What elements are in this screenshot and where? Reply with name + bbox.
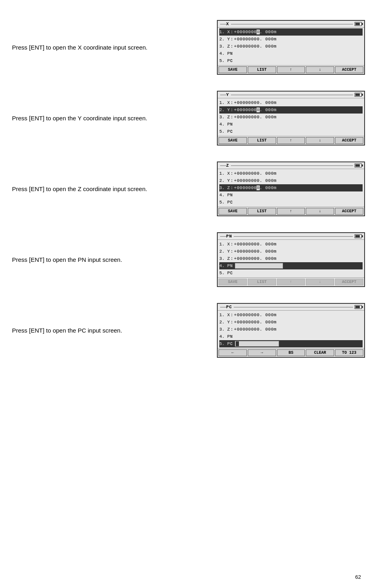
z-down-btn[interactable]: ↓ — [306, 208, 334, 215]
pn-battery-icon — [355, 234, 362, 238]
pc-battery-icon — [355, 305, 362, 309]
x-row-4: 4. PN : — [219, 50, 363, 57]
z-section-text: Press [ENT] to open the Z coordinate inp… — [12, 185, 217, 192]
pc-header-left-line — [220, 307, 226, 307]
z-up-btn[interactable]: ↑ — [277, 208, 305, 215]
pc-bs-btn[interactable]: BS — [277, 349, 305, 356]
y-row-5: 5. PC : — [219, 128, 363, 135]
page-container: Press [ENT] to open the X coordinate inp… — [0, 0, 377, 588]
z-row-4: 4. PN : — [219, 191, 363, 199]
x-section: Press [ENT] to open the X coordinate inp… — [0, 12, 377, 83]
z-save-btn[interactable]: SAVE — [219, 208, 247, 215]
pn-screen-container: PN 1. X : +00000000. 000m 2. Y : +000000… — [217, 232, 365, 287]
x-device-screen: X 1. X : +00000000. 000m 2. Y : + — [217, 20, 365, 75]
y-up-btn[interactable]: ↑ — [277, 137, 305, 144]
z-row-2: 2. Y : +00000000. 000m — [219, 177, 363, 184]
pc-header-line — [234, 307, 353, 307]
x-cursor: 0 — [257, 30, 259, 34]
x-screen-container: X 1. X : +00000000. 000m 2. Y : + — [217, 20, 365, 75]
pn-list-btn[interactable]: LIST — [248, 279, 276, 285]
x-header-line — [231, 24, 353, 24]
pn-row-5: 5. PC : — [219, 269, 363, 277]
y-row-4: 4. PN : — [219, 121, 363, 128]
pc-cursor — [236, 341, 239, 346]
x-header-left-line — [220, 24, 226, 24]
z-screen-title: Z — [226, 163, 229, 168]
pc-row-4: 4. PN : — [219, 333, 363, 340]
pn-device-screen: PN 1. X : +00000000. 000m 2. Y : +000000… — [217, 232, 365, 287]
pn-up-btn[interactable]: ↑ — [277, 279, 305, 285]
z-device-screen: Z 1. X : +00000000. 000m 2. Y : +0000000… — [217, 161, 365, 216]
pn-screen-header: PN — [218, 233, 364, 240]
z-header-line — [231, 165, 353, 166]
pc-to123-btn[interactable]: TO 123 — [335, 349, 363, 356]
pc-right-btn[interactable]: → — [248, 349, 276, 356]
z-cursor: 0 — [257, 185, 259, 190]
x-row-1: 1. X : +00000000. 000m — [219, 28, 363, 36]
pn-instruction-text: Press [ENT] to open the PN input screen. — [12, 256, 122, 263]
y-screen-title: Y — [226, 92, 229, 97]
pc-row-3: 3. Z : +00000000. 000m — [219, 326, 363, 333]
page-number: 62 — [355, 574, 361, 580]
y-row-2: 2. Y : +00000000. 000m — [219, 106, 363, 114]
pc-toolbar: ← → BS CLEAR TO 123 — [218, 348, 364, 357]
x-row-3: 3. Z : +00000000. 000m — [219, 43, 363, 50]
y-down-btn[interactable]: ↓ — [306, 137, 334, 144]
y-accept-btn[interactable]: ACCEPT — [335, 137, 363, 144]
y-battery-icon — [355, 93, 362, 97]
x-save-btn[interactable]: SAVE — [219, 66, 247, 73]
y-instruction-text: Press [ENT] to open the Y coordinate inp… — [12, 115, 147, 122]
pc-left-btn[interactable]: ← — [219, 349, 247, 356]
pn-toolbar: SAVE LIST ↑ ↓ ACCEPT — [218, 277, 364, 286]
pc-section: Press [ENT] to open the PC input screen.… — [0, 295, 377, 366]
pc-row-2: 2. Y : +00000000. 000m — [219, 319, 363, 326]
z-row-5: 5. PC : — [219, 199, 363, 206]
x-instruction-text: Press [ENT] to open the X coordinate inp… — [12, 44, 148, 51]
pc-row-5: 5. PC : — [219, 340, 363, 347]
y-cursor: 0 — [257, 108, 259, 112]
pc-screen-title: PC — [226, 305, 232, 309]
pn-row-4: 4. PN : — [219, 262, 363, 269]
z-toolbar: SAVE LIST ↑ ↓ ACCEPT — [218, 207, 364, 215]
pn-screen-body: 1. X : +00000000. 000m 2. Y : +00000000.… — [218, 240, 364, 277]
pn-save-btn[interactable]: SAVE — [219, 279, 247, 285]
pn-section-text: Press [ENT] to open the PN input screen. — [12, 256, 217, 263]
pn-accept-btn[interactable]: ACCEPT — [335, 279, 363, 285]
x-screen-body: 1. X : +00000000. 000m 2. Y : +00000000.… — [218, 28, 364, 65]
z-row-1: 1. X : +00000000. 000m — [219, 170, 363, 177]
y-header-line — [231, 95, 353, 95]
z-list-btn[interactable]: LIST — [248, 208, 276, 215]
pn-row-3: 3. Z : +00000000. 000m — [219, 255, 363, 262]
z-row-3: 3. Z : +00000000. 000m — [219, 184, 363, 191]
x-down-btn[interactable]: ↓ — [306, 66, 334, 73]
y-screen-body: 1. X : +00000000. 000m 2. Y : +00000000.… — [218, 98, 364, 136]
y-row-1: 1. X : +00000000. 000m — [219, 99, 363, 106]
pc-screen-container: PC 1. X : +00000000. 000m 2. Y : +000000… — [217, 303, 365, 358]
y-save-btn[interactable]: SAVE — [219, 137, 247, 144]
x-section-text: Press [ENT] to open the X coordinate inp… — [12, 44, 217, 51]
pc-clear-btn[interactable]: CLEAR — [306, 349, 334, 356]
pn-row-1: 1. X : +00000000. 000m — [219, 241, 363, 248]
x-up-btn[interactable]: ↑ — [277, 66, 305, 73]
x-accept-btn[interactable]: ACCEPT — [335, 66, 363, 73]
y-header-left-line — [220, 95, 226, 95]
y-device-screen: Y 1. X : +00000000. 000m 2. Y : +0000000… — [217, 91, 365, 146]
z-accept-btn[interactable]: ACCEPT — [335, 208, 363, 215]
x-row-2: 2. Y : +00000000. 000m — [219, 36, 363, 43]
x-list-btn[interactable]: LIST — [248, 66, 276, 73]
y-list-btn[interactable]: LIST — [248, 137, 276, 144]
x-battery-icon — [355, 22, 362, 26]
pc-input-box[interactable] — [235, 341, 279, 347]
pc-instruction-text: Press [ENT] to open the PC input screen. — [12, 327, 122, 334]
y-row-3: 3. Z : +00000000. 000m — [219, 114, 363, 121]
pn-input-box[interactable] — [235, 263, 283, 269]
z-header-left-line — [220, 165, 226, 166]
y-section: Press [ENT] to open the Y coordinate inp… — [0, 83, 377, 153]
z-battery-icon — [355, 163, 362, 167]
pn-screen-title: PN — [226, 234, 232, 239]
pn-down-btn[interactable]: ↓ — [306, 279, 334, 285]
pc-section-text: Press [ENT] to open the PC input screen. — [12, 327, 217, 334]
pc-device-screen: PC 1. X : +00000000. 000m 2. Y : +000000… — [217, 303, 365, 358]
pn-header-left-line — [220, 236, 226, 237]
pn-header-line — [234, 236, 353, 237]
